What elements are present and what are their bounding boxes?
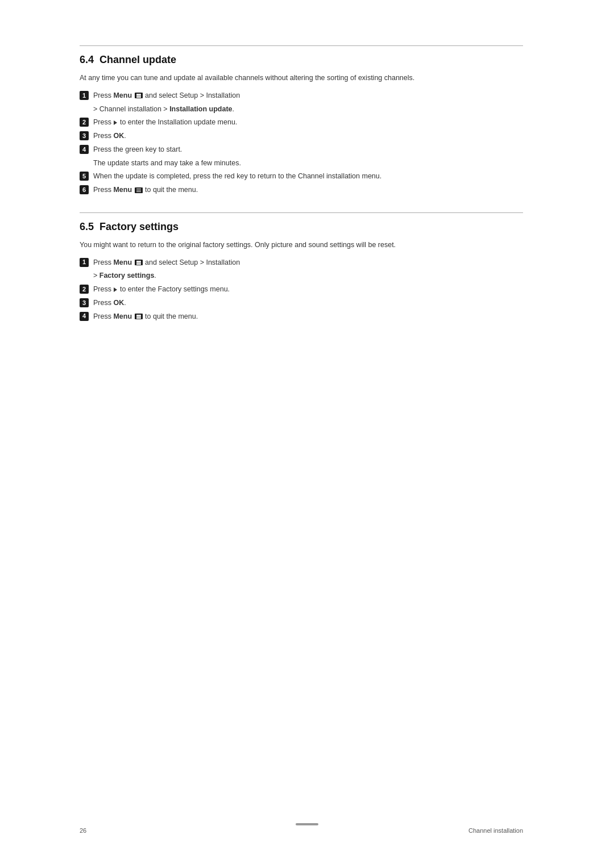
footer-section-label: Channel installation <box>468 827 523 834</box>
step-continuation-1: > Channel installation > Installation up… <box>80 104 523 115</box>
page-container: 6.4 Channel update At any time you can t… <box>0 0 614 868</box>
step-text-1: Press Menu and select Setup > Installati… <box>93 90 523 101</box>
step-item-fs-2: 2 Press to enter the Factory settings me… <box>80 284 523 295</box>
footer-bar <box>296 823 318 825</box>
section-intro-factory-settings: You might want to return to the original… <box>80 240 523 251</box>
section-title-channel-update: 6.4 Channel update <box>80 54 523 66</box>
section-channel-update: 6.4 Channel update At any time you can t… <box>80 45 523 195</box>
section-divider-2 <box>80 212 523 213</box>
step-item: 3 Press OK. <box>80 131 523 141</box>
page-footer: 26 Channel installation <box>80 827 523 834</box>
step-text-5: When the update is completed, press the … <box>93 171 523 182</box>
arrow-right-icon <box>114 120 117 125</box>
section-number-2: 6.5 <box>80 221 94 232</box>
step-continuation-fs-1: > Factory settings. <box>80 270 523 281</box>
menu-icon <box>135 93 143 98</box>
step-list-channel-update: 1 Press Menu and select Setup > Installa… <box>80 90 523 195</box>
step-text-3: Press OK. <box>93 131 523 141</box>
section-heading-2: Factory settings <box>99 221 179 232</box>
step-item: 5 When the update is completed, press th… <box>80 171 523 182</box>
page-number: 26 <box>80 827 86 834</box>
step-item: 6 Press Menu to quit the menu. <box>80 185 523 195</box>
step-badge-fs-3: 3 <box>80 298 89 307</box>
step-badge-4: 4 <box>80 145 89 154</box>
step-text-2: Press to enter the Installation update m… <box>93 117 523 128</box>
step-badge-fs-1: 1 <box>80 258 89 267</box>
step-badge-fs-2: 2 <box>80 285 89 294</box>
step-item: 4 Press the green key to start. <box>80 144 523 155</box>
step-text-fs-4: Press Menu to quit the menu. <box>93 311 523 322</box>
step-text-fs-1: Press Menu and select Setup > Installati… <box>93 257 523 268</box>
section-heading: Channel update <box>99 54 176 65</box>
step-badge-2: 2 <box>80 118 89 127</box>
step-badge-fs-4: 4 <box>80 312 89 321</box>
menu-icon-3 <box>135 260 143 265</box>
step-list-factory-settings: 1 Press Menu and select Setup > Installa… <box>80 257 523 322</box>
step-item-fs-4: 4 Press Menu to quit the menu. <box>80 311 523 322</box>
step-text-4: Press the green key to start. <box>93 144 523 155</box>
step-badge-6: 6 <box>80 185 89 194</box>
section-number: 6.4 <box>80 54 94 65</box>
section-title-factory-settings: 6.5 Factory settings <box>80 221 523 233</box>
step-item: 2 Press to enter the Installation update… <box>80 117 523 128</box>
step-item: 1 Press Menu and select Setup > Installa… <box>80 90 523 101</box>
arrow-right-icon-2 <box>114 287 117 292</box>
step-badge-3: 3 <box>80 131 89 140</box>
step-badge-1: 1 <box>80 91 89 100</box>
section-divider <box>80 45 523 46</box>
step-item-fs-1: 1 Press Menu and select Setup > Installa… <box>80 257 523 268</box>
step-text-fs-3: Press OK. <box>93 298 523 308</box>
section-factory-settings: 6.5 Factory settings You might want to r… <box>80 212 523 322</box>
menu-icon-2 <box>135 187 143 193</box>
step-text-fs-2: Press to enter the Factory settings menu… <box>93 284 523 295</box>
menu-icon-4 <box>135 314 143 319</box>
step-item-fs-3: 3 Press OK. <box>80 298 523 308</box>
section-intro-channel-update: At any time you can tune and update al a… <box>80 73 523 84</box>
step-badge-5: 5 <box>80 172 89 181</box>
step-text-6: Press Menu to quit the menu. <box>93 185 523 195</box>
step-continuation-4: The update starts and may take a few min… <box>80 158 523 169</box>
